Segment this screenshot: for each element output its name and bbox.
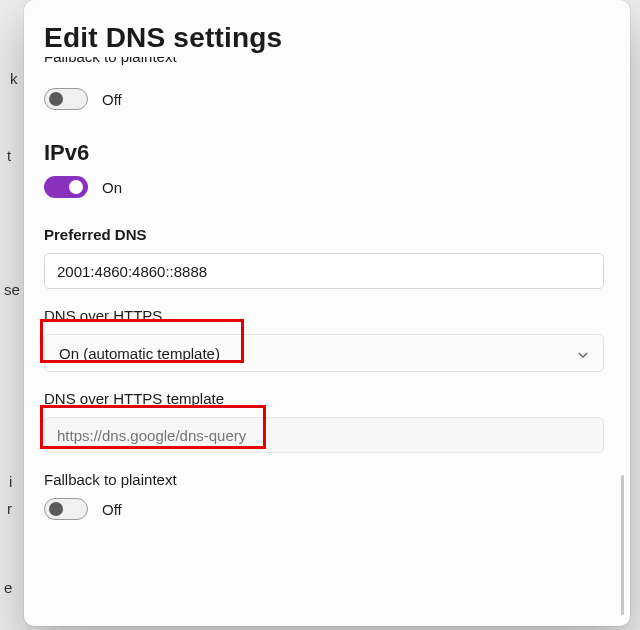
dialog-title: Edit DNS settings (44, 22, 610, 54)
chevron-down-icon (577, 347, 589, 359)
doh-template-input (44, 417, 604, 453)
fallback-toggle-row: Off (44, 498, 610, 520)
fallback-label: Fallback to plaintext (44, 471, 610, 488)
ipv6-toggle[interactable] (44, 176, 88, 198)
ipv6-state: On (102, 179, 122, 196)
preferred-dns-label: Preferred DNS (44, 226, 610, 243)
fallback-top-state: Off (102, 91, 122, 108)
edit-dns-dialog: Edit DNS settings Fallback to plaintext … (24, 0, 630, 626)
doh-template-label: DNS over HTTPS template (44, 390, 610, 407)
toggle-knob (69, 180, 83, 194)
fallback-top-toggle-row: Off (44, 88, 610, 110)
preferred-dns-input[interactable] (44, 253, 604, 289)
fallback-toggle[interactable] (44, 498, 88, 520)
toggle-knob (49, 502, 63, 516)
doh-selected-value: On (automatic template) (59, 345, 220, 362)
fallback-top-label: Fallback to plaintext (44, 57, 610, 65)
fallback-state: Off (102, 501, 122, 518)
doh-label: DNS over HTTPS (44, 307, 610, 324)
toggle-knob (49, 92, 63, 106)
dialog-content: Edit DNS settings Fallback to plaintext … (24, 0, 630, 626)
ipv6-toggle-row: On (44, 176, 610, 198)
fallback-top-toggle[interactable] (44, 88, 88, 110)
ipv6-heading: IPv6 (44, 140, 610, 166)
doh-select[interactable]: On (automatic template) (44, 334, 604, 372)
